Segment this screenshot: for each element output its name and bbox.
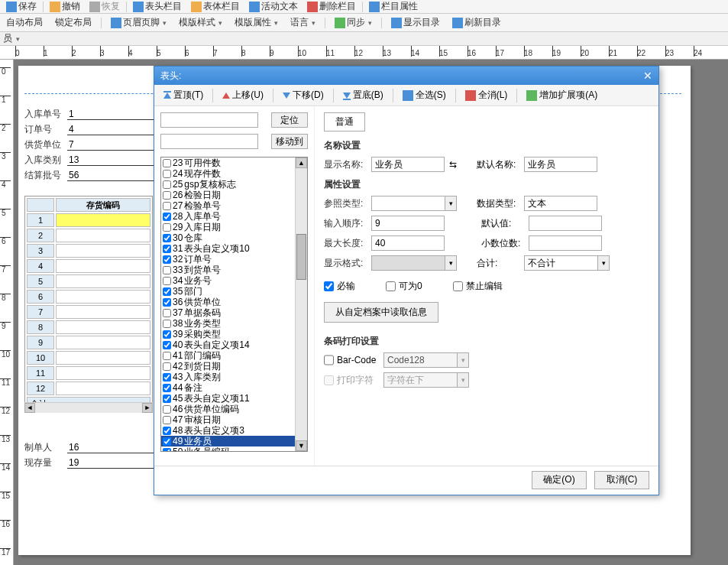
- table-row[interactable]: 8: [27, 320, 150, 334]
- list-checkbox[interactable]: [163, 266, 171, 274]
- list-item[interactable]: 46供货单位编码: [161, 404, 307, 414]
- list-item[interactable]: 28入库单号: [161, 211, 307, 222]
- list-checkbox[interactable]: [163, 448, 171, 453]
- table-row[interactable]: 6: [27, 290, 150, 304]
- combo-display-fmt[interactable]: ▾: [371, 255, 457, 271]
- list-item[interactable]: 27检验单号: [161, 200, 307, 211]
- chevron-down-icon[interactable]: ▾: [445, 255, 457, 271]
- list-item[interactable]: 36供货单位: [161, 297, 307, 307]
- tb-header-col[interactable]: 表头栏目: [130, 0, 185, 13]
- list-checkbox[interactable]: [163, 405, 171, 414]
- list-item[interactable]: 41部门编码: [161, 350, 307, 361]
- btn-bottom[interactable]: 置底(B): [338, 87, 388, 103]
- list-checkbox[interactable]: [163, 362, 171, 371]
- tab-normal[interactable]: 普通: [324, 112, 365, 132]
- tb-col-props[interactable]: 栏目属性: [366, 0, 421, 13]
- table-row[interactable]: 12: [27, 382, 150, 395]
- list-checkbox[interactable]: [163, 341, 171, 349]
- tb-undo[interactable]: 撤销: [47, 0, 83, 13]
- cell[interactable]: [56, 213, 150, 227]
- table-row[interactable]: 5: [27, 274, 150, 288]
- list-item[interactable]: 26检验日期: [161, 190, 307, 200]
- chevron-down-icon[interactable]: ▾: [597, 255, 610, 271]
- list-checkbox[interactable]: [163, 202, 171, 210]
- list-checkbox[interactable]: [163, 277, 171, 285]
- cell[interactable]: [56, 290, 150, 304]
- combo-barcode-type[interactable]: ▾: [383, 352, 469, 368]
- listbox-scrollbar[interactable]: ▲ ▼: [295, 157, 307, 451]
- tb-save[interactable]: 保存: [3, 0, 40, 13]
- list-item[interactable]: 34业务号: [161, 275, 307, 286]
- list-checkbox[interactable]: [163, 437, 171, 446]
- cell[interactable]: [56, 229, 150, 242]
- scroll-thumb[interactable]: [296, 234, 306, 280]
- tb-active-text[interactable]: 活动文本: [246, 0, 301, 13]
- ok-button[interactable]: 确定(O): [532, 471, 587, 489]
- list-item[interactable]: 50业务员编码: [161, 446, 307, 452]
- list-checkbox[interactable]: [163, 384, 171, 392]
- form-value[interactable]: 1: [67, 109, 154, 120]
- locate-input[interactable]: [160, 112, 258, 128]
- combo-ref-type[interactable]: ▾: [371, 196, 457, 211]
- list-checkbox[interactable]: [163, 191, 171, 200]
- list-item[interactable]: 32订单号: [161, 254, 307, 265]
- moveto-input[interactable]: [160, 134, 258, 149]
- chk-noedit[interactable]: 禁止编辑: [453, 280, 503, 293]
- btn-top[interactable]: 置顶(T): [159, 87, 208, 103]
- form-value[interactable]: 7: [67, 139, 154, 151]
- list-checkbox[interactable]: [163, 287, 171, 296]
- btn-select-all[interactable]: 全选(S): [398, 87, 451, 103]
- scroll-right-icon[interactable]: ►: [142, 403, 153, 413]
- input-default-val[interactable]: [529, 216, 602, 231]
- cancel-button[interactable]: 取消(C): [594, 471, 649, 489]
- btn-clear-all[interactable]: 全消(L): [461, 87, 513, 103]
- list-item[interactable]: 38业务类型: [161, 318, 307, 329]
- table-row[interactable]: 1: [27, 213, 150, 227]
- list-item[interactable]: 37单据条码: [161, 307, 307, 318]
- cell[interactable]: [56, 274, 150, 288]
- chk-barcode[interactable]: Bar-Code: [324, 355, 379, 365]
- tb-lock-layout[interactable]: 锁定布局: [52, 16, 95, 29]
- list-checkbox[interactable]: [163, 159, 171, 167]
- input-display-name[interactable]: [371, 157, 445, 172]
- input-data-type[interactable]: [524, 196, 597, 211]
- list-item[interactable]: 49业务员: [161, 436, 307, 446]
- table-row[interactable]: 11: [27, 366, 150, 380]
- btn-down[interactable]: 下移(D): [278, 87, 328, 103]
- tb-auto-layout[interactable]: 自动布局: [3, 16, 46, 29]
- form-value[interactable]: 56: [67, 170, 154, 181]
- mini-table-scroll[interactable]: ◄ ►: [24, 402, 153, 413]
- input-max-len[interactable]: [371, 235, 445, 251]
- cell[interactable]: [56, 259, 150, 273]
- cell[interactable]: [56, 382, 150, 395]
- form-value[interactable]: 13: [67, 154, 154, 166]
- tb-language[interactable]: 语言: [287, 16, 319, 29]
- list-checkbox[interactable]: [163, 298, 171, 307]
- chevron-down-icon[interactable]: ▾: [445, 196, 457, 211]
- table-row[interactable]: 9: [27, 336, 150, 349]
- form-value[interactable]: 19: [67, 457, 154, 469]
- tb-refresh-toc[interactable]: 刷新目录: [449, 16, 504, 29]
- form-value[interactable]: 16: [67, 442, 154, 453]
- cell[interactable]: [56, 244, 150, 258]
- table-row[interactable]: 3: [27, 244, 150, 258]
- cell[interactable]: [56, 351, 150, 365]
- tb-show-toc[interactable]: 显示目录: [388, 16, 443, 29]
- tb-template-style[interactable]: 模版样式: [176, 16, 225, 29]
- tb-header-footer[interactable]: 页眉页脚: [108, 16, 170, 29]
- input-default-name[interactable]: [524, 157, 597, 172]
- list-item[interactable]: 35部门: [161, 286, 307, 297]
- scroll-left-icon[interactable]: ◄: [24, 403, 35, 413]
- input-order[interactable]: [371, 216, 445, 231]
- btn-read-archive[interactable]: 从自定档案中读取信息: [324, 302, 438, 323]
- locate-button[interactable]: 定位: [271, 112, 308, 128]
- list-item[interactable]: 31表头自定义项10: [161, 243, 307, 254]
- table-row[interactable]: 7: [27, 305, 150, 319]
- tb-body-col[interactable]: 表体栏目: [188, 0, 243, 13]
- list-checkbox[interactable]: [163, 352, 171, 360]
- sync-arrow-icon[interactable]: ⇆: [449, 159, 457, 170]
- field-listbox[interactable]: 23可用件数24现存件数25gsp复核标志26检验日期27检验单号28入库单号2…: [160, 157, 308, 452]
- list-checkbox[interactable]: [163, 320, 171, 328]
- scroll-down-icon[interactable]: ▼: [296, 440, 307, 451]
- moveto-button[interactable]: 移动到: [271, 134, 308, 149]
